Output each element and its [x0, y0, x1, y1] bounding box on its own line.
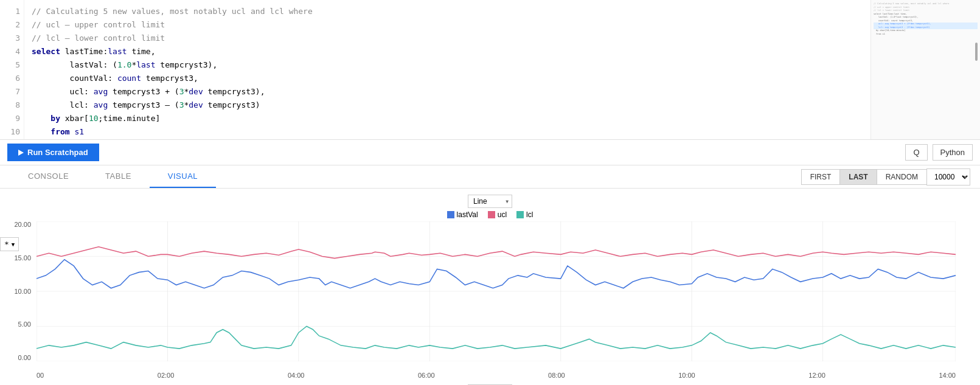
legend-lastval: lastVal — [447, 210, 478, 219]
y-label-0: 0.00 — [2, 355, 31, 361]
legend-lcl-label: lcl — [526, 210, 533, 219]
code-line-8: lcl: avg tempcryst3 – (3*dev tempcryst3) — [32, 99, 863, 112]
ucl-line — [36, 247, 956, 258]
code-area[interactable]: // Calculating 5 new values, most notabl… — [24, 0, 871, 139]
legend-lcl: lcl — [516, 210, 533, 219]
tab-visual[interactable]: VISUAL — [150, 165, 216, 188]
play-icon — [18, 150, 24, 156]
code-line-3: // lcl – lower control limit — [32, 32, 863, 45]
code-line-10: from s1 — [32, 125, 863, 139]
code-line-9: by xbar[10;time.minute] — [32, 112, 863, 125]
python-button[interactable]: Python — [933, 144, 973, 161]
chart-type-wrapper: Line Bar Scatter — [468, 195, 512, 208]
code-line-6: countVal: count tempcryst3, — [32, 72, 863, 85]
legend-lastval-label: lastVal — [457, 210, 478, 219]
legend-lastval-color — [447, 211, 454, 218]
code-line-4: select lastTime:last time, — [32, 45, 863, 58]
y-label-5: 5.00 — [2, 321, 31, 328]
chart-controls: Line Bar Scatter — [0, 195, 980, 208]
bottom-controls: minute hour second — [0, 382, 980, 385]
legend-ucl-label: ucl — [498, 210, 507, 219]
y-label-10: 10.00 — [2, 288, 31, 295]
lastval-line — [36, 260, 956, 288]
code-line-5: lastVal: (1.0*last tempcryst3), — [32, 58, 863, 72]
code-line-2: // ucl – upper control limit — [32, 18, 863, 32]
star-chevron-icon: ▼ — [12, 241, 15, 248]
first-button[interactable]: FIRST — [801, 169, 841, 185]
chart-legend: lastVal ucl lcl — [0, 210, 980, 219]
random-button[interactable]: RANDOM — [877, 169, 927, 185]
toolbar: Run Scratchpad Q Python — [0, 140, 980, 165]
y-label-15: 15.00 — [2, 255, 31, 262]
tabs-right: FIRST LAST RANDOM 10000 1000 100 — [802, 168, 970, 186]
x-label-14: 14:00 — [939, 372, 956, 379]
chart-type-select[interactable]: Line Bar Scatter — [468, 195, 512, 208]
x-label-02: 02:00 — [158, 372, 175, 379]
legend-lcl-color — [516, 211, 524, 218]
x-label-08: 08:00 — [548, 372, 565, 379]
legend-ucl-color — [488, 211, 495, 218]
x-label-10: 10:00 — [678, 372, 695, 379]
q-button[interactable]: Q — [905, 144, 927, 161]
chart-svg — [36, 221, 956, 361]
count-select-wrapper: 10000 1000 100 — [927, 168, 970, 186]
run-scratchpad-button[interactable]: Run Scratchpad — [7, 144, 99, 161]
x-label-12: 12:00 — [808, 372, 825, 379]
y-label-20: 20.00 — [2, 221, 31, 228]
tab-console[interactable]: CONSOLE — [10, 165, 87, 188]
editor-section: 1 2 3 4 5 6 7 8 9 10 // Calculating 5 ne… — [0, 0, 980, 140]
chart-section: * ▼ Line Bar Scatter lastVal ucl lcl 20.… — [0, 189, 980, 385]
star-dropdown[interactable]: * ▼ — [0, 237, 19, 251]
lcl-line — [36, 327, 956, 349]
tab-table[interactable]: TABLE — [87, 165, 150, 188]
x-label-04: 04:00 — [288, 372, 305, 379]
last-button[interactable]: LAST — [839, 169, 877, 185]
x-label-06: 06:00 — [418, 372, 435, 379]
x-axis-labels: 00 02:00 04:00 06:00 08:00 10:00 12:00 1… — [36, 372, 956, 379]
star-label: * — [4, 240, 9, 249]
line-numbers: 1 2 3 4 5 6 7 8 9 10 — [0, 0, 24, 139]
tabs-bar: CONSOLE TABLE VISUAL FIRST LAST RANDOM 1… — [0, 165, 980, 189]
minimap: // Calculating 5 new values, most notabl… — [871, 0, 980, 139]
chart-container: 20.00 15.00 10.00 5.00 0.00 — [0, 221, 980, 382]
code-line-1: // Calculating 5 new values, most notabl… — [32, 5, 863, 18]
count-select[interactable]: 10000 1000 100 — [926, 168, 970, 186]
code-line-7: ucl: avg tempcryst3 + (3*dev tempcryst3)… — [32, 85, 863, 99]
run-label: Run Scratchpad — [27, 148, 88, 157]
x-label-00: 00 — [36, 372, 44, 379]
legend-ucl: ucl — [488, 210, 507, 219]
